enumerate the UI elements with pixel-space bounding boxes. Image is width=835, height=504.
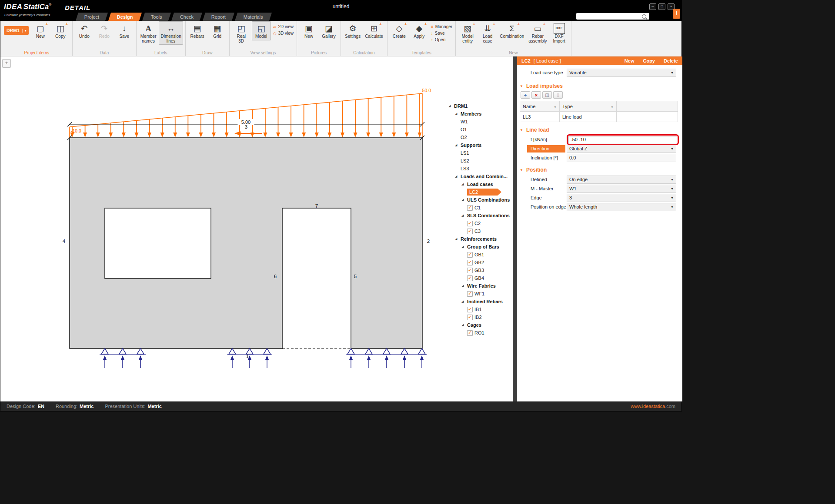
- tab-check[interactable]: Check: [171, 13, 202, 21]
- tree-item-o1[interactable]: O1: [448, 126, 513, 133]
- tree-item-wf1[interactable]: ✓WF1: [448, 290, 513, 298]
- tree-expand-icon[interactable]: ◢: [455, 112, 461, 116]
- checkbox-checked-icon[interactable]: ✓: [467, 330, 473, 336]
- tree-item-gb4[interactable]: ✓GB4: [448, 274, 513, 282]
- tree-item-sls-combinations[interactable]: ◢SLS Combinations: [448, 212, 513, 219]
- model-canvas[interactable]: -10.0-50.05.003427651 + ◢DRM1◢MembersW1O…: [0, 56, 513, 401]
- new-load-case-button[interactable]: New: [625, 58, 635, 63]
- tree-item-o2[interactable]: O2: [448, 133, 513, 141]
- button-combination[interactable]: Σ+Combination: [498, 21, 526, 40]
- button-manager[interactable]: ≡Manager: [431, 24, 452, 29]
- load-case-type-dropdown[interactable]: Variable ▼: [567, 69, 676, 77]
- button-model-entity[interactable]: ▧+Model entity: [458, 21, 477, 45]
- search-icon[interactable]: [642, 14, 646, 19]
- tree-expand-icon[interactable]: ◢: [455, 143, 461, 147]
- tree-item-group-of-bars[interactable]: ◢Group of Bars: [448, 243, 513, 251]
- tree-expand-icon[interactable]: ◢: [461, 300, 467, 303]
- tree-expand-icon[interactable]: ◢: [461, 284, 467, 288]
- copy-impulse-button[interactable]: ◫: [542, 91, 552, 99]
- add-impulse-button[interactable]: +: [521, 91, 530, 99]
- fit-view-button[interactable]: +: [2, 59, 11, 68]
- tree-item-reinforcements[interactable]: ◢Reinforcements: [448, 235, 513, 243]
- inclination-field[interactable]: 0.0: [567, 154, 676, 162]
- tree-item-loads-and-combin[interactable]: ◢Loads and Combin...: [448, 172, 513, 180]
- tree-item-uls-combinations[interactable]: ◢ULS Combinations: [448, 196, 513, 204]
- checkbox-checked-icon[interactable]: ✓: [467, 229, 473, 234]
- tree-expand-icon[interactable]: ◢: [461, 245, 467, 249]
- tab-tools[interactable]: Tools: [142, 13, 171, 21]
- master-dropdown[interactable]: W1 ▼: [567, 185, 676, 193]
- checkbox-checked-icon[interactable]: ✓: [467, 252, 473, 258]
- tree-item-supports[interactable]: ◢Supports: [448, 141, 513, 149]
- tree-item-wire-fabrics[interactable]: ◢Wire Fabrics: [448, 282, 513, 290]
- button-apply[interactable]: ◆+Apply: [410, 21, 429, 40]
- edge-dropdown[interactable]: 3 ▼: [567, 194, 676, 202]
- filter-icon[interactable]: ▼: [554, 106, 557, 109]
- tree-item-c2[interactable]: ✓C2: [448, 219, 513, 227]
- section-line-load[interactable]: ▼ Line load: [520, 127, 680, 133]
- tree-expand-icon[interactable]: ◢: [461, 182, 467, 186]
- tree-item-ls1[interactable]: LS1: [448, 149, 513, 157]
- impulse-row[interactable]: LL3 Line load: [520, 112, 678, 122]
- button-dxf-import[interactable]: DXFDXF Import: [550, 21, 569, 45]
- tree-expand-icon[interactable]: ◢: [461, 198, 467, 202]
- button-calculate[interactable]: ⊞+Calculate: [363, 21, 385, 40]
- button-model[interactable]: ◱Model: [252, 21, 271, 40]
- checkbox-checked-icon[interactable]: ✓: [467, 291, 473, 297]
- tree-expand-icon[interactable]: ◢: [461, 214, 467, 217]
- tree-item-load-cases[interactable]: ◢Load cases: [448, 180, 513, 188]
- checkbox-checked-icon[interactable]: ✓: [467, 221, 473, 226]
- button-save[interactable]: ↓Save: [431, 31, 452, 36]
- button-new[interactable]: ▣New: [299, 21, 318, 40]
- delete-impulse-button[interactable]: ×: [531, 91, 541, 99]
- button-grid[interactable]: ▦Grid: [208, 21, 227, 40]
- f-value-input[interactable]: [568, 136, 677, 143]
- button-gallery[interactable]: ◪Gallery: [319, 21, 338, 40]
- button-create[interactable]: ◇+Create: [390, 21, 409, 40]
- button-open[interactable]: ↑Open: [431, 37, 452, 42]
- checkbox-checked-icon[interactable]: ✓: [467, 307, 473, 312]
- tab-report[interactable]: Report: [203, 13, 234, 21]
- tree-item-gb1[interactable]: ✓GB1: [448, 251, 513, 259]
- tree-item-drm1[interactable]: ◢DRM1: [448, 102, 513, 110]
- delete-load-case-button[interactable]: Delete: [664, 58, 678, 63]
- checkbox-checked-icon[interactable]: ✓: [467, 275, 473, 281]
- tree-expand-icon[interactable]: ◢: [448, 104, 454, 108]
- panel-splitter[interactable]: [513, 56, 517, 401]
- search-input[interactable]: [578, 13, 642, 20]
- project-item-selector[interactable]: DRM1▾: [4, 26, 29, 35]
- button-dimension-lines[interactable]: ↔Dimension lines: [159, 21, 183, 45]
- button-new[interactable]: ▢+New: [31, 21, 50, 40]
- checkbox-checked-icon[interactable]: ✓: [467, 315, 473, 320]
- tree-expand-icon[interactable]: ◢: [455, 175, 461, 178]
- tab-project[interactable]: Project: [76, 13, 108, 21]
- button-settings[interactable]: ⚙Settings: [343, 21, 362, 40]
- copy-load-case-button[interactable]: Copy: [643, 58, 655, 63]
- tree-item-c3[interactable]: ✓C3: [448, 227, 513, 235]
- tree-item-c1[interactable]: ✓C1: [448, 204, 513, 212]
- tree-item-cages[interactable]: ◢Cages: [448, 321, 513, 329]
- tab-design[interactable]: Design: [108, 13, 142, 21]
- button-rebar-assembly[interactable]: ▭+Rebar assembly: [527, 21, 548, 45]
- checkbox-checked-icon[interactable]: ✓: [467, 260, 473, 265]
- feedback-button[interactable]: i: [673, 9, 680, 19]
- tree-item-inclined-rebars[interactable]: ◢Inclined Rebars: [448, 298, 513, 305]
- defined-dropdown[interactable]: On edge ▼: [567, 176, 676, 184]
- button-real-3d[interactable]: ◰Real 3D: [232, 21, 251, 45]
- button-3d-view[interactable]: ◇3D view: [273, 31, 294, 36]
- maximize-button[interactable]: □: [658, 3, 665, 10]
- canvas-drawing[interactable]: -10.0-50.05.003427651: [0, 56, 513, 401]
- website-link[interactable]: www.ideastatica.com: [631, 404, 675, 409]
- tree-expand-icon[interactable]: ◢: [455, 237, 461, 241]
- tree-item-gb2[interactable]: ✓GB2: [448, 259, 513, 266]
- button-2d-view[interactable]: ▱2D view: [273, 24, 294, 29]
- checkbox-checked-icon[interactable]: ✓: [467, 205, 473, 211]
- tree-item-gb3[interactable]: ✓GB3: [448, 266, 513, 274]
- tree-item-ro1[interactable]: ✓RO1: [448, 329, 513, 337]
- tree-item-ib1[interactable]: ✓IB1: [448, 305, 513, 313]
- button-member-names[interactable]: AMember names: [139, 21, 158, 45]
- button-save[interactable]: ↓Save: [115, 21, 134, 40]
- position-on-edge-dropdown[interactable]: Whole length ▼: [567, 203, 676, 211]
- button-copy[interactable]: ◫+Copy: [51, 21, 70, 40]
- tree-expand-icon[interactable]: ◢: [461, 323, 467, 327]
